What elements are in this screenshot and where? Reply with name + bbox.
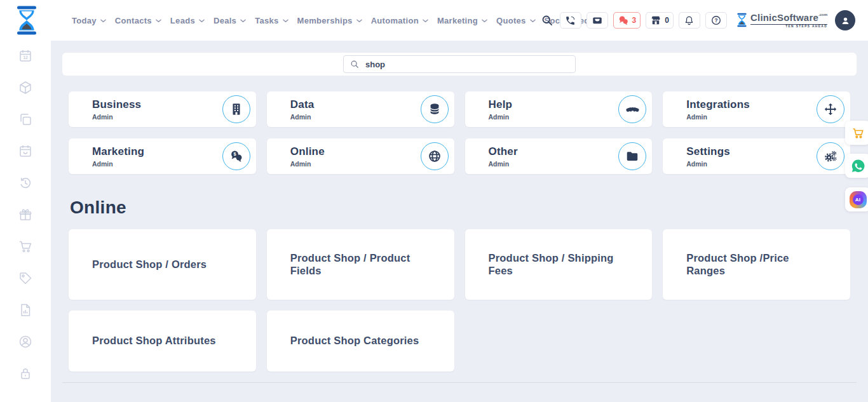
chat-bubbles-icon — [618, 15, 629, 26]
main-content: Business Admin Data Admin Help Admin — [51, 41, 868, 402]
chevron-down-icon — [482, 19, 487, 23]
pages-copy-icon[interactable] — [18, 112, 33, 127]
whatsapp-icon — [850, 158, 866, 174]
chevron-down-icon — [530, 19, 536, 23]
account-icon[interactable] — [18, 334, 33, 349]
result-card-categories[interactable]: Product Shop Categories — [267, 311, 454, 372]
products-cube-icon[interactable] — [18, 80, 33, 95]
store-count-badge: 0 — [665, 16, 669, 25]
left-sidebar: 12 — [0, 41, 51, 402]
floating-whatsapp-button[interactable] — [845, 154, 868, 178]
result-card-attributes[interactable]: Product Shop Attributes — [69, 311, 256, 372]
person-icon — [839, 15, 851, 27]
nav-today[interactable]: Today — [72, 16, 106, 25]
result-card-shipping-fees[interactable]: Product Shop / Shipping Fees — [465, 229, 653, 300]
inbox-button[interactable] — [587, 12, 608, 29]
folder-icon — [618, 142, 646, 170]
brand-name: ClinicSoftware — [750, 12, 818, 23]
nav-leads[interactable]: Leads — [170, 16, 205, 25]
phone-icon — [565, 15, 576, 26]
app-window: Today Contacts Leads Deals Tasks Members… — [0, 0, 868, 402]
notifications-button[interactable] — [679, 12, 700, 29]
category-grid: Business Admin Data Admin Help Admin — [69, 91, 850, 174]
chat-count-badge: 3 — [632, 16, 637, 25]
globe-icon — [421, 142, 449, 170]
category-card-online[interactable]: Online Admin — [267, 138, 454, 174]
result-card-price-ranges[interactable]: Product Shop /Price Ranges — [663, 229, 850, 300]
chevron-down-icon — [240, 19, 246, 23]
chevron-down-icon — [100, 19, 106, 23]
chevron-down-icon — [199, 19, 205, 23]
category-card-other[interactable]: Other Admin — [465, 138, 653, 174]
nav-deals[interactable]: Deals — [214, 16, 246, 25]
nav-tasks[interactable]: Tasks — [255, 16, 288, 25]
user-avatar[interactable] — [835, 10, 855, 30]
ai-badge-icon: AI — [850, 191, 867, 208]
lock-icon[interactable] — [18, 366, 33, 381]
category-card-settings[interactable]: Settings Admin — [663, 138, 850, 174]
search-box[interactable] — [343, 55, 576, 73]
floating-cart-button[interactable] — [845, 121, 868, 145]
nav-marketing[interactable]: Marketing — [437, 16, 487, 25]
handshake-icon — [618, 95, 646, 123]
store-icon — [650, 15, 661, 26]
result-card-product-fields[interactable]: Product Shop / Product Fields — [267, 229, 454, 300]
gift-icon[interactable] — [18, 207, 33, 222]
cart-icon[interactable] — [18, 239, 33, 254]
help-icon: ? — [710, 15, 722, 26]
brand-logo: ClinicSoftware.com TEN STEPS AHEAD — [736, 13, 827, 29]
chevron-down-icon — [423, 19, 428, 23]
inbox-icon — [592, 15, 603, 26]
result-card-orders[interactable]: Product Shop / Orders — [69, 229, 256, 300]
results-grid: Product Shop / Orders Product Shop / Pro… — [69, 229, 850, 372]
price-tag-icon[interactable] — [18, 271, 33, 286]
brand-hourglass-icon — [736, 13, 748, 27]
nav-automation[interactable]: Automation — [371, 16, 428, 25]
search-input[interactable] — [364, 59, 569, 70]
chevron-down-icon — [156, 19, 161, 23]
svg-text:$: $ — [233, 151, 236, 157]
top-header: Today Contacts Leads Deals Tasks Members… — [0, 0, 868, 41]
app-logo-icon[interactable] — [14, 4, 39, 36]
main-nav: Today Contacts Leads Deals Tasks Members… — [72, 0, 606, 41]
svg-text:12: 12 — [23, 55, 28, 60]
category-card-marketing[interactable]: Marketing Admin $ — [69, 138, 256, 174]
brand-tagline: TEN STEPS AHEAD — [750, 24, 827, 29]
brand-tld: .com — [818, 13, 827, 17]
category-card-help[interactable]: Help Admin — [465, 91, 653, 127]
phone-button[interactable] — [560, 12, 581, 29]
search-icon[interactable] — [541, 14, 553, 27]
svg-text:?: ? — [714, 18, 717, 23]
help-button[interactable]: ? — [705, 12, 727, 29]
report-icon[interactable] — [18, 302, 33, 318]
bottom-divider — [62, 382, 857, 383]
nav-quotes[interactable]: Quotes — [496, 16, 536, 25]
category-card-integrations[interactable]: Integrations Admin — [663, 91, 850, 127]
calendar-icon[interactable]: 12 — [18, 48, 33, 64]
gears-icon — [817, 142, 844, 170]
comments-dollar-icon: $ — [222, 142, 250, 170]
chevron-down-icon — [356, 19, 362, 23]
section-title: Online — [70, 198, 126, 218]
cart-orange-icon — [851, 126, 865, 140]
search-panel — [62, 53, 857, 76]
category-card-business[interactable]: Business Admin — [69, 91, 256, 127]
chat-button[interactable]: 3 — [613, 12, 641, 29]
history-icon[interactable] — [18, 175, 33, 191]
building-icon — [222, 95, 250, 123]
chevron-down-icon — [283, 19, 288, 23]
arrows-move-icon — [817, 95, 844, 123]
nav-contacts[interactable]: Contacts — [115, 16, 161, 25]
search-input-icon — [350, 60, 359, 69]
store-button[interactable]: 0 — [646, 12, 674, 29]
bell-icon — [684, 15, 695, 26]
bookings-calendar-icon[interactable] — [18, 144, 33, 159]
database-icon — [421, 95, 449, 123]
nav-memberships[interactable]: Memberships — [297, 16, 362, 25]
category-card-data[interactable]: Data Admin — [267, 91, 454, 127]
floating-ai-button[interactable]: AI — [845, 187, 868, 211]
header-actions: 3 0 ? ClinicSoftware.com TEN STEPS AHEAD — [541, 0, 855, 41]
